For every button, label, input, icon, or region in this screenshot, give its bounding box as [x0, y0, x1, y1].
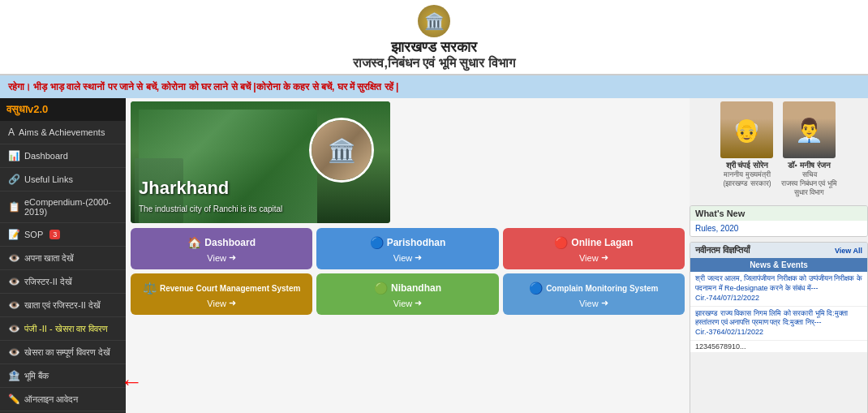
right-panel: 👴 श्री चंपई सोरेन माननीय मुख्यमंत्री (झा…	[690, 98, 868, 413]
marquee-banner: रहेगा। भीड़ भाड़ वाले स्थानों पर जाने से…	[0, 75, 868, 98]
sidebar-label-sop: SOP	[24, 230, 43, 239]
card-complain-view[interactable]: View	[579, 298, 608, 308]
marquee-text: रहेगा। भीड़ भाड़ वाले स्थानों पर जाने से…	[8, 81, 398, 92]
sop-badge: 3	[49, 230, 60, 239]
sidebar-label-apna-khata: अपना खाता देखें	[24, 253, 74, 264]
sidebar-item-apna-khata[interactable]: 👁️ अपना खाता देखें	[0, 247, 126, 270]
card-nibandhan-view[interactable]: View	[393, 298, 423, 308]
card-complain-monitoring[interactable]: 🔵 Complain Monitoring System View	[503, 273, 685, 315]
sidebar-label-khata-register: खाता एवं रजिस्टर-II देखें	[24, 300, 101, 311]
sop-icon: 📝	[8, 229, 20, 240]
card-revenue-court-title: ⚖️ Revenue Court Management System	[143, 282, 300, 295]
khesra-icon: 👁️	[8, 346, 20, 358]
red-arrow-indicator: ←	[120, 369, 143, 395]
news-item-2[interactable]: झारखण्ड राज्य विकास निगम लिमि को सरकारी …	[690, 307, 867, 341]
sidebar-item-useful-links[interactable]: 🔗 Useful Links	[0, 168, 126, 191]
main-content: Jharkhand The industrial city of Ranchi …	[126, 98, 690, 413]
sidebar-item-khesra[interactable]: 👁️ खेसरा का सम्पूर्ण विवरण देखें	[0, 341, 126, 364]
card-complain-title: 🔵 Complain Monitoring System	[529, 282, 658, 295]
sidebar-item-register2[interactable]: 👁️ रजिस्टर-II देखें	[0, 270, 126, 294]
online-avedan-icon: ✏️	[8, 394, 20, 405]
panji-icon: 👁️	[8, 323, 20, 334]
online-lagan-card-icon: 🔴	[554, 236, 568, 249]
parishodhan-card-icon: 🔵	[370, 236, 384, 249]
jharkhand-banner-image: Jharkhand The industrial city of Ranchi …	[131, 101, 390, 223]
sidebar-label-register2: रजिस्टर-II देखें	[24, 277, 72, 287]
sidebar-item-dashboard[interactable]: 📊 Dashboard	[0, 144, 126, 168]
officials-section: 👴 श्री चंपई सोरेन माननीय मुख्यमंत्री (झा…	[690, 98, 868, 200]
sidebar: वसुधाv2.0 A Aims & Achievements 📊 Dashbo…	[0, 98, 126, 413]
jharkhand-subtitle: The industrial city of Ranchi is its cap…	[139, 204, 282, 213]
app-version: v2.0	[28, 103, 48, 115]
sidebar-label-panji: पंजी -II - खेसरा वार विवरण	[24, 324, 108, 334]
sidebar-item-sop[interactable]: 📝 SOP 3	[0, 223, 126, 247]
news-pagination[interactable]: 12345678910...	[690, 341, 867, 352]
apna-khata-icon: 👁️	[8, 252, 20, 264]
khata-register-icon: 👁️	[8, 299, 20, 311]
dashboard-icon: 📊	[8, 150, 20, 161]
page-header: 🏛️ झारखण्ड सरकार राजस्व,निबंधन एवं भूमि …	[0, 0, 868, 75]
card-online-lagan-view[interactable]: View	[579, 252, 608, 263]
govt-emblem: 🏛️	[418, 5, 450, 37]
card-nibandhan-title: 🟢 Nibandhan	[374, 282, 441, 295]
cm-photo: 👴	[720, 101, 773, 158]
dashboard-card-icon: 🏠	[187, 236, 201, 249]
govt-name: झारखण्ड सरकार	[0, 39, 868, 56]
sidebar-item-bhu-bank[interactable]: 🏦 भूमि बैंक	[0, 364, 126, 388]
complain-card-icon: 🔵	[529, 282, 543, 295]
whats-new-item[interactable]: Rules, 2020	[690, 221, 867, 236]
sidebar-label-dashboard: Dashboard	[24, 151, 68, 161]
app-name: वसुधा	[6, 103, 28, 115]
register2-icon: 👁️	[8, 276, 20, 287]
sidebar-label-online-avedan: ऑनलाइन आवेदन	[24, 394, 78, 405]
card-nibandhan[interactable]: 🟢 Nibandhan View	[316, 273, 498, 315]
cards-row-1: 🏠 Dashboard View 🔵 Parishodhan View 🔴 On…	[131, 228, 685, 269]
sidebar-label-khesra: खेसरा का सम्पूर्ण विवरण देखें	[24, 347, 110, 358]
sidebar-item-panji[interactable]: 👁️ पंजी -II - खेसरा वार विवरण	[0, 317, 126, 341]
official-cm: 👴 श्री चंपई सोरेन माननीय मुख्यमंत्री (झा…	[720, 101, 773, 197]
whats-new-section: What's New Rules, 2020	[690, 205, 868, 237]
sidebar-item-online-avedan[interactable]: ✏️ ऑनलाइन आवेदन	[0, 388, 126, 411]
cm-role-line1: माननीय मुख्यमंत्री	[720, 170, 773, 179]
card-online-lagan-title: 🔴 Online Lagan	[554, 236, 633, 249]
card-online-lagan[interactable]: 🔴 Online Lagan View	[503, 228, 685, 269]
card-revenue-court[interactable]: ⚖️ Revenue Court Management System View	[131, 273, 312, 315]
sidebar-item-ecompendium[interactable]: 📋 eCompendium-(2000-2019)	[0, 191, 126, 223]
secretary-role-line2: राजस्व निबंधन एवं भूमि	[781, 179, 836, 188]
secretary-role-line3: सुधार विभाग	[781, 188, 836, 197]
dept-name: राजस्व,निबंधन एवं भूमि सुधार विभाग	[0, 56, 868, 71]
sidebar-item-khata-register[interactable]: 👁️ खाता एवं रजिस्टर-II देखें	[0, 294, 126, 317]
revenue-court-icon: ⚖️	[143, 282, 157, 295]
card-dashboard-title: 🏠 Dashboard	[187, 236, 256, 249]
news-item-1[interactable]: श्री जल्दर आलम, जिलापंजीयन निरीक्षक को उ…	[690, 272, 867, 306]
temple-circle-image: 🏛️	[309, 118, 374, 183]
aims-icon: A	[8, 127, 15, 138]
news-inner-header: News & Events	[690, 258, 867, 272]
cards-row-2: ⚖️ Revenue Court Management System View …	[131, 273, 685, 315]
news-section-title: नवीनतम विज्ञप्तियाँ	[695, 245, 750, 256]
secretary-name: डॉ॰ मनीष रंजन	[781, 161, 836, 170]
jharkhand-title: Jharkhand	[139, 178, 229, 199]
nibandhan-card-icon: 🟢	[374, 282, 388, 295]
sidebar-label-ecompendium: eCompendium-(2000-2019)	[24, 197, 118, 217]
secretary-photo: 👨‍💼	[783, 101, 836, 158]
ecompendium-icon: 📋	[8, 201, 20, 213]
card-parishodhan[interactable]: 🔵 Parishodhan View	[316, 228, 498, 269]
card-parishodhan-view[interactable]: View	[393, 252, 423, 263]
official-secretary: 👨‍💼 डॉ॰ मनीष रंजन सचिव राजस्व निबंधन एवं…	[781, 101, 836, 197]
secretary-role-line1: सचिव	[781, 170, 836, 179]
card-dashboard[interactable]: 🏠 Dashboard View	[131, 228, 312, 269]
card-parishodhan-title: 🔵 Parishodhan	[370, 236, 446, 249]
news-section-header: नवीनतम विज्ञप्तियाँ View All	[690, 243, 867, 258]
whats-new-header: What's New	[690, 206, 867, 221]
card-revenue-court-view[interactable]: View	[207, 298, 236, 308]
news-events-section: नवीनतम विज्ञप्तियाँ View All News & Even…	[690, 242, 868, 413]
app-title: वसुधाv2.0	[0, 98, 126, 121]
bhu-bank-icon: 🏦	[8, 370, 20, 381]
sidebar-label-aims: Aims & Achievements	[19, 127, 105, 137]
sidebar-label-bhu-bank: भूमि बैंक	[24, 371, 49, 381]
card-dashboard-view[interactable]: View	[207, 252, 236, 263]
useful-links-icon: 🔗	[8, 174, 20, 185]
sidebar-item-aims[interactable]: A Aims & Achievements	[0, 121, 126, 144]
view-all-link[interactable]: View All	[835, 247, 862, 255]
